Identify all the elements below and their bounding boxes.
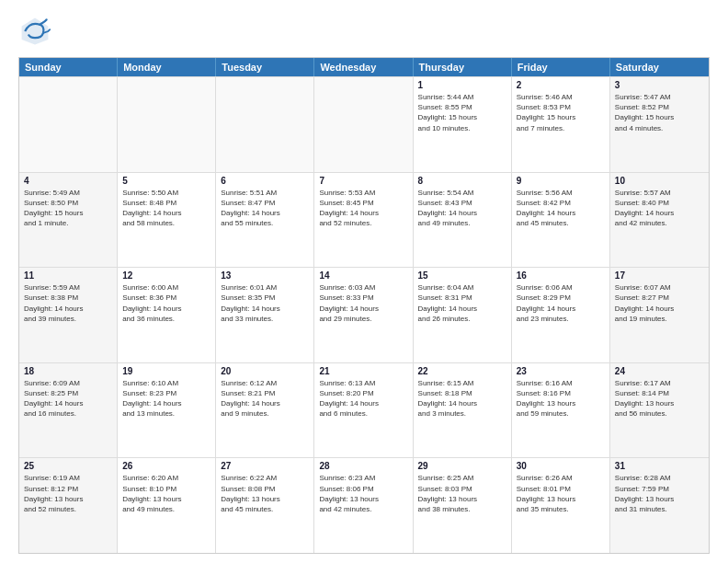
cal-cell-30: 30Sunrise: 6:26 AM Sunset: 8:01 PM Dayli… xyxy=(512,458,610,553)
calendar: SundayMondayTuesdayWednesdayThursdayFrid… xyxy=(18,57,710,554)
cell-info: Sunrise: 6:06 AM Sunset: 8:29 PM Dayligh… xyxy=(517,282,605,324)
cal-cell-empty-0 xyxy=(19,77,118,172)
day-number: 24 xyxy=(615,366,704,376)
day-number: 6 xyxy=(221,176,309,186)
page: SundayMondayTuesdayWednesdayThursdayFrid… xyxy=(0,0,728,563)
cell-info: Sunrise: 6:13 AM Sunset: 8:20 PM Dayligh… xyxy=(319,378,407,419)
cal-cell-23: 23Sunrise: 6:16 AM Sunset: 8:16 PM Dayli… xyxy=(512,363,610,458)
cal-cell-13: 13Sunrise: 6:01 AM Sunset: 8:35 PM Dayli… xyxy=(216,268,314,362)
cal-row-0: 1Sunrise: 5:44 AM Sunset: 8:55 PM Daylig… xyxy=(19,76,709,172)
cal-cell-26: 26Sunrise: 6:20 AM Sunset: 8:10 PM Dayli… xyxy=(118,458,216,553)
cell-info: Sunrise: 6:19 AM Sunset: 8:12 PM Dayligh… xyxy=(24,473,112,514)
cal-cell-22: 22Sunrise: 6:15 AM Sunset: 8:18 PM Dayli… xyxy=(414,363,512,458)
cal-cell-empty-2 xyxy=(216,77,314,172)
day-number: 25 xyxy=(24,461,112,471)
day-number: 23 xyxy=(517,366,605,376)
cell-info: Sunrise: 6:00 AM Sunset: 8:36 PM Dayligh… xyxy=(122,282,210,324)
day-number: 31 xyxy=(615,461,704,471)
day-number: 1 xyxy=(418,80,506,90)
day-number: 27 xyxy=(221,461,309,471)
cell-info: Sunrise: 6:01 AM Sunset: 8:35 PM Dayligh… xyxy=(221,282,309,324)
cell-info: Sunrise: 6:20 AM Sunset: 8:10 PM Dayligh… xyxy=(122,473,210,514)
logo xyxy=(18,15,57,48)
weekday-header-thursday: Thursday xyxy=(414,58,512,76)
day-number: 29 xyxy=(418,461,506,471)
cell-info: Sunrise: 6:16 AM Sunset: 8:16 PM Dayligh… xyxy=(517,378,605,419)
cal-cell-11: 11Sunrise: 5:59 AM Sunset: 8:38 PM Dayli… xyxy=(19,268,118,362)
day-number: 21 xyxy=(319,366,407,376)
day-number: 26 xyxy=(122,461,210,471)
cal-cell-27: 27Sunrise: 6:22 AM Sunset: 8:08 PM Dayli… xyxy=(216,458,314,553)
day-number: 18 xyxy=(24,366,112,376)
cal-row-1: 4Sunrise: 5:49 AM Sunset: 8:50 PM Daylig… xyxy=(19,172,709,268)
day-number: 17 xyxy=(615,270,704,281)
cal-cell-17: 17Sunrise: 6:07 AM Sunset: 8:27 PM Dayli… xyxy=(610,268,709,362)
cal-cell-12: 12Sunrise: 6:00 AM Sunset: 8:36 PM Dayli… xyxy=(118,268,216,362)
day-number: 10 xyxy=(615,176,704,186)
day-number: 8 xyxy=(418,176,506,186)
cell-info: Sunrise: 6:25 AM Sunset: 8:03 PM Dayligh… xyxy=(418,473,506,514)
day-number: 12 xyxy=(122,270,210,281)
day-number: 3 xyxy=(615,80,704,90)
calendar-body: 1Sunrise: 5:44 AM Sunset: 8:55 PM Daylig… xyxy=(19,76,709,553)
cal-cell-3: 3Sunrise: 5:47 AM Sunset: 8:52 PM Daylig… xyxy=(610,77,709,172)
cal-cell-19: 19Sunrise: 6:10 AM Sunset: 8:23 PM Dayli… xyxy=(118,363,216,458)
cal-cell-24: 24Sunrise: 6:17 AM Sunset: 8:14 PM Dayli… xyxy=(610,363,709,458)
cal-cell-25: 25Sunrise: 6:19 AM Sunset: 8:12 PM Dayli… xyxy=(19,458,118,553)
day-number: 19 xyxy=(122,366,210,376)
cell-info: Sunrise: 5:50 AM Sunset: 8:48 PM Dayligh… xyxy=(122,188,210,229)
day-number: 4 xyxy=(24,176,112,186)
cell-info: Sunrise: 5:59 AM Sunset: 8:38 PM Dayligh… xyxy=(24,282,112,324)
cell-info: Sunrise: 6:23 AM Sunset: 8:06 PM Dayligh… xyxy=(319,473,407,514)
day-number: 22 xyxy=(418,366,506,376)
day-number: 7 xyxy=(319,176,407,186)
cell-info: Sunrise: 5:49 AM Sunset: 8:50 PM Dayligh… xyxy=(24,188,112,229)
cal-cell-31: 31Sunrise: 6:28 AM Sunset: 7:59 PM Dayli… xyxy=(610,458,709,553)
weekday-header-friday: Friday xyxy=(512,58,610,76)
weekday-header-sunday: Sunday xyxy=(19,58,118,76)
cal-cell-15: 15Sunrise: 6:04 AM Sunset: 8:31 PM Dayli… xyxy=(414,268,512,362)
day-number: 15 xyxy=(418,270,506,281)
cal-row-2: 11Sunrise: 5:59 AM Sunset: 8:38 PM Dayli… xyxy=(19,267,709,362)
cell-info: Sunrise: 6:04 AM Sunset: 8:31 PM Dayligh… xyxy=(418,282,506,324)
cell-info: Sunrise: 6:26 AM Sunset: 8:01 PM Dayligh… xyxy=(517,473,605,514)
cal-cell-7: 7Sunrise: 5:53 AM Sunset: 8:45 PM Daylig… xyxy=(314,173,413,268)
day-number: 2 xyxy=(517,80,605,90)
day-number: 16 xyxy=(517,270,605,281)
weekday-header-wednesday: Wednesday xyxy=(314,58,413,76)
cell-info: Sunrise: 5:57 AM Sunset: 8:40 PM Dayligh… xyxy=(615,188,704,229)
cal-cell-4: 4Sunrise: 5:49 AM Sunset: 8:50 PM Daylig… xyxy=(19,173,118,268)
weekday-header-saturday: Saturday xyxy=(610,58,709,76)
cal-cell-14: 14Sunrise: 6:03 AM Sunset: 8:33 PM Dayli… xyxy=(314,268,413,362)
day-number: 13 xyxy=(221,270,309,281)
cell-info: Sunrise: 5:56 AM Sunset: 8:42 PM Dayligh… xyxy=(517,188,605,229)
cal-cell-empty-3 xyxy=(314,77,413,172)
day-number: 11 xyxy=(24,270,112,281)
weekday-header-monday: Monday xyxy=(118,58,216,76)
cal-cell-21: 21Sunrise: 6:13 AM Sunset: 8:20 PM Dayli… xyxy=(314,363,413,458)
day-number: 28 xyxy=(319,461,407,471)
cell-info: Sunrise: 6:22 AM Sunset: 8:08 PM Dayligh… xyxy=(221,473,309,514)
cell-info: Sunrise: 6:07 AM Sunset: 8:27 PM Dayligh… xyxy=(615,282,704,324)
weekday-header-tuesday: Tuesday xyxy=(216,58,314,76)
cell-info: Sunrise: 6:15 AM Sunset: 8:18 PM Dayligh… xyxy=(418,378,506,419)
cal-cell-10: 10Sunrise: 5:57 AM Sunset: 8:40 PM Dayli… xyxy=(610,173,709,268)
cal-cell-20: 20Sunrise: 6:12 AM Sunset: 8:21 PM Dayli… xyxy=(216,363,314,458)
day-number: 20 xyxy=(221,366,309,376)
cal-cell-9: 9Sunrise: 5:56 AM Sunset: 8:42 PM Daylig… xyxy=(512,173,610,268)
cal-row-4: 25Sunrise: 6:19 AM Sunset: 8:12 PM Dayli… xyxy=(19,457,709,553)
cell-info: Sunrise: 6:28 AM Sunset: 7:59 PM Dayligh… xyxy=(615,473,704,514)
cell-info: Sunrise: 6:17 AM Sunset: 8:14 PM Dayligh… xyxy=(615,378,704,419)
cell-info: Sunrise: 5:51 AM Sunset: 8:47 PM Dayligh… xyxy=(221,188,309,229)
cal-cell-16: 16Sunrise: 6:06 AM Sunset: 8:29 PM Dayli… xyxy=(512,268,610,362)
day-number: 30 xyxy=(517,461,605,471)
cell-info: Sunrise: 6:10 AM Sunset: 8:23 PM Dayligh… xyxy=(122,378,210,419)
day-number: 5 xyxy=(122,176,210,186)
logo-icon xyxy=(18,15,51,48)
header xyxy=(18,15,710,48)
cal-cell-29: 29Sunrise: 6:25 AM Sunset: 8:03 PM Dayli… xyxy=(414,458,512,553)
cal-cell-empty-1 xyxy=(118,77,216,172)
cal-row-3: 18Sunrise: 6:09 AM Sunset: 8:25 PM Dayli… xyxy=(19,362,709,458)
cell-info: Sunrise: 5:46 AM Sunset: 8:53 PM Dayligh… xyxy=(517,92,605,133)
cal-cell-18: 18Sunrise: 6:09 AM Sunset: 8:25 PM Dayli… xyxy=(19,363,118,458)
